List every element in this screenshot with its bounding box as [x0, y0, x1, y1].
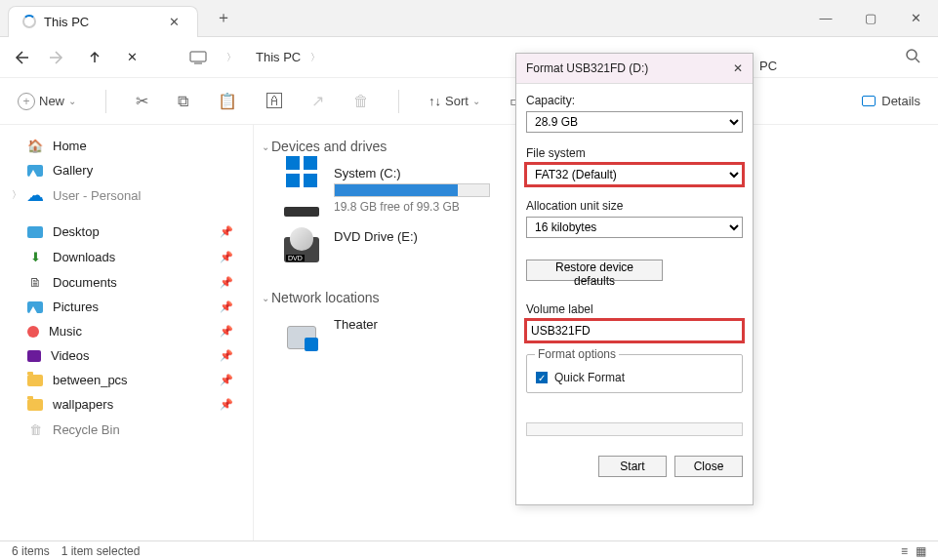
sidebar-item-documents[interactable]: 🗎 Documents 📌 — [0, 269, 253, 295]
pictures-icon — [27, 301, 43, 313]
start-button[interactable]: Start — [598, 456, 667, 477]
capacity-select[interactable]: 28.9 GB — [526, 111, 743, 133]
restore-defaults-button[interactable]: Restore device defaults — [526, 260, 663, 281]
delete-icon[interactable]: 🗑 — [353, 93, 369, 110]
close-window-button[interactable]: ✕ — [893, 0, 938, 37]
chevron-down-icon: ⌄ — [472, 96, 480, 106]
window-controls: — ▢ ✕ — [803, 0, 938, 37]
paste-icon[interactable]: 📋 — [218, 92, 237, 110]
sidebar-item-pictures[interactable]: Pictures 📌 — [0, 295, 253, 319]
back-button[interactable] — [12, 49, 29, 66]
search-button[interactable] — [905, 48, 926, 66]
home-icon: 🏠 — [27, 138, 43, 153]
sidebar-item-between-pcs[interactable]: between_pcs 📌 — [0, 368, 253, 392]
share-icon[interactable]: ↗ — [311, 92, 324, 110]
minimize-button[interactable]: — — [803, 0, 848, 37]
format-options-legend: Format options — [535, 347, 619, 361]
status-item-count: 6 items — [12, 544, 50, 558]
breadcrumb-remnant: PC — [759, 59, 777, 73]
new-button[interactable]: + New ⌄ — [18, 93, 76, 110]
sidebar-label: Videos — [51, 348, 90, 363]
pc-icon — [189, 49, 207, 66]
filesystem-select[interactable]: FAT32 (Default) — [526, 164, 743, 185]
sidebar-label: Pictures — [53, 300, 99, 314]
title-bar: This PC ✕ ＋ — ▢ ✕ — [0, 0, 938, 37]
tab-title: This PC — [44, 15, 89, 29]
close-button[interactable]: Close — [674, 456, 743, 477]
sidebar-item-desktop[interactable]: Desktop 📌 — [0, 220, 253, 244]
new-tab-button[interactable]: ＋ — [216, 8, 231, 28]
chevron-down-icon: ⌄ — [68, 96, 76, 106]
navigation-pane: 🏠 Home Gallery 〉 ☁ User - Personal Deskt… — [0, 125, 254, 540]
sidebar-label: User - Personal — [53, 188, 141, 203]
maximize-button[interactable]: ▢ — [848, 0, 893, 37]
sidebar-item-home[interactable]: 🏠 Home — [0, 133, 253, 158]
sidebar-label: Gallery — [53, 163, 93, 178]
tab-close-button[interactable]: ✕ — [165, 15, 184, 29]
pin-icon: 📌 — [220, 300, 233, 313]
navigation-bar: ✕ 〉 This PC 〉 — [0, 37, 938, 78]
pin-icon: 📌 — [220, 374, 233, 386]
gallery-icon — [27, 165, 43, 177]
section-title: Network locations — [271, 290, 380, 305]
sidebar-item-wallpapers[interactable]: wallpapers 📌 — [0, 392, 253, 417]
rename-icon[interactable]: 🄰 — [266, 93, 282, 110]
documents-icon: 🗎 — [27, 274, 43, 290]
breadcrumb-root[interactable]: This PC — [256, 50, 301, 64]
volume-label-input[interactable] — [526, 320, 743, 341]
details-pane-button[interactable]: Details — [862, 94, 920, 108]
chevron-right-icon: 〉 — [226, 51, 236, 64]
status-selected-count: 1 item selected — [61, 544, 141, 558]
chevron-right-icon: 〉 — [310, 51, 320, 64]
sidebar-label: wallpapers — [53, 397, 113, 412]
dvd-drive-icon: DVD — [281, 229, 322, 270]
sort-button[interactable]: ↑↓ Sort ⌄ — [428, 94, 480, 108]
downloads-icon: ⬇ — [27, 249, 43, 264]
music-icon — [27, 326, 39, 338]
sort-icon: ↑↓ — [428, 94, 441, 108]
dialog-close-button[interactable]: ✕ — [729, 60, 747, 77]
tab-this-pc[interactable]: This PC ✕ — [8, 6, 198, 37]
pin-icon: 📌 — [220, 349, 233, 362]
sidebar-item-videos[interactable]: Videos 📌 — [0, 343, 253, 368]
forward-button[interactable] — [49, 49, 66, 66]
refresh-cancel-button[interactable]: ✕ — [123, 49, 141, 66]
checkbox-checked-icon: ✓ — [535, 371, 549, 384]
breadcrumb[interactable]: This PC 〉 — [256, 50, 320, 64]
sidebar-item-gallery[interactable]: Gallery — [0, 158, 253, 182]
chevron-right-icon[interactable]: 〉 — [12, 188, 21, 202]
recycle-bin-icon: 🗑 — [27, 421, 43, 437]
filesystem-label: File system — [526, 146, 743, 160]
capacity-label: Capacity: — [526, 94, 743, 107]
copy-icon[interactable]: ⧉ — [178, 93, 188, 110]
sidebar-item-downloads[interactable]: ⬇ Downloads 📌 — [0, 244, 253, 269]
folder-icon — [27, 375, 43, 386]
cut-icon[interactable]: ✂ — [136, 92, 148, 110]
up-button[interactable] — [86, 49, 103, 66]
system-drive-icon — [281, 166, 322, 207]
videos-icon — [27, 350, 41, 362]
pin-icon: 📌 — [220, 225, 233, 238]
folder-icon — [27, 399, 43, 411]
sidebar-item-music[interactable]: Music 📌 — [0, 319, 253, 343]
tiles-view-icon[interactable]: ▦ — [916, 544, 926, 558]
pin-icon: 📌 — [220, 276, 233, 289]
loading-spinner-icon — [22, 15, 36, 28]
network-pc-icon — [281, 317, 322, 358]
allocation-select[interactable]: 16 kilobytes — [526, 217, 743, 238]
new-label: New — [39, 94, 64, 108]
section-title: Devices and drives — [271, 139, 387, 154]
pin-icon: 📌 — [220, 251, 233, 263]
sidebar-item-user[interactable]: 〉 ☁ User - Personal — [0, 182, 253, 208]
sidebar-item-recycle-bin[interactable]: 🗑 Recycle Bin — [0, 417, 253, 442]
quick-format-checkbox[interactable]: ✓ Quick Format — [535, 371, 734, 384]
plus-circle-icon: + — [18, 93, 35, 110]
details-view-icon[interactable]: ≡ — [901, 544, 908, 558]
sidebar-label: Recycle Bin — [53, 422, 120, 437]
status-bar: 6 items 1 item selected ≡ ▦ — [0, 540, 938, 560]
format-options-group: Format options ✓ Quick Format — [526, 347, 743, 393]
dialog-titlebar[interactable]: Format USB321FD (D:) ✕ — [516, 54, 753, 84]
desktop-icon — [27, 226, 43, 238]
allocation-label: Allocation unit size — [526, 199, 743, 213]
sidebar-label: Desktop — [53, 224, 100, 239]
